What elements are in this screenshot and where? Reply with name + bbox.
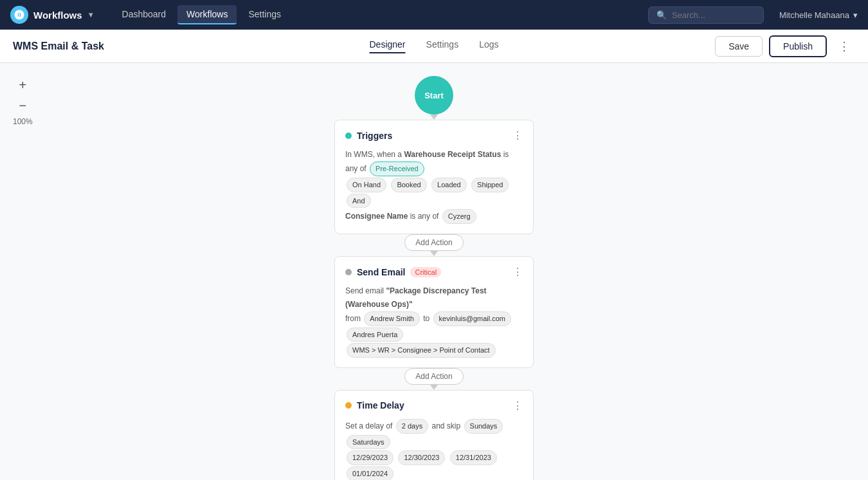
send-email-to: to [423, 314, 429, 323]
add-action-label-1: Add Action [415, 238, 452, 247]
sub-actions: Save Publish ⋮ [715, 35, 855, 57]
tag-on-hand: On Hand [347, 178, 386, 192]
time-delay-title: Time Delay [357, 400, 404, 411]
time-delay-dot [345, 402, 352, 409]
arrow [430, 251, 438, 256]
nav-workflows[interactable]: Workflows [177, 5, 237, 24]
app-logo[interactable]: Workflows ▾ [10, 6, 93, 24]
user-chevron-icon: ▾ [853, 10, 858, 20]
tag-wms-path: WMS > WR > Consignee > Point of Contact [347, 343, 496, 358]
start-node[interactable]: Start [415, 76, 453, 115]
user-name: Mitchelle Mahaana [779, 10, 849, 20]
tab-designer[interactable]: Designer [370, 39, 406, 53]
tag-and: And [347, 194, 371, 208]
send-email-from: from [345, 314, 361, 323]
time-delay-text: Set a delay of [345, 421, 392, 430]
time-delay-skip: and skip [432, 421, 461, 430]
send-email-dot [345, 269, 352, 275]
user-menu[interactable]: Mitchelle Mahaana ▾ [779, 10, 858, 20]
zoom-in-button[interactable]: + [14, 76, 32, 94]
zoom-controls: + − 100% [13, 76, 33, 126]
arrow [430, 385, 438, 390]
workflow-title: WMS Email & Task [13, 41, 129, 52]
chevron-down-icon: ▾ [89, 10, 93, 19]
add-action-label-2: Add Action [415, 372, 452, 381]
triggers-menu-button[interactable]: ⋮ [512, 129, 523, 142]
logo-icon [10, 6, 28, 24]
tag-date4: 01/01/2024 [347, 466, 393, 480]
tag-andrew: Andrew Smith [364, 311, 419, 326]
search-input[interactable] [672, 10, 755, 20]
triggers-block[interactable]: Triggers ⋮ In WMS, when a Warehouse Rece… [334, 120, 534, 234]
tab-logs[interactable]: Logs [479, 39, 498, 53]
app-name: Workflows [33, 10, 82, 21]
send-email-header: Send Email Critical ⋮ [345, 266, 523, 278]
tag-date3: 12/31/2023 [450, 450, 497, 465]
tag-loaded: Loaded [431, 178, 467, 192]
tag-2days: 2 days [396, 419, 428, 434]
send-email-text: Send email "Package Discrepancy Test (Wa… [345, 286, 487, 308]
canvas-area: + − 100% Start Triggers ⋮ In WMS, when a… [0, 63, 868, 480]
time-delay-block[interactable]: Time Delay ⋮ Set a delay of 2 days and s… [334, 390, 534, 480]
publish-button[interactable]: Publish [769, 35, 827, 57]
nav-settings[interactable]: Settings [239, 5, 290, 24]
time-delay-header: Time Delay ⋮ [345, 400, 523, 412]
send-email-menu-button[interactable]: ⋮ [512, 266, 523, 278]
tag-cyzerg: Cyzerg [442, 209, 476, 224]
arrow [430, 115, 438, 120]
send-email-body: Send email "Package Discrepancy Test (Wa… [345, 284, 523, 358]
critical-badge: Critical [410, 267, 441, 277]
sub-header: WMS Email & Task Designer Settings Logs … [0, 30, 868, 63]
tab-settings[interactable]: Settings [426, 39, 459, 53]
triggers-text2: Consignee Name is any of [345, 212, 439, 221]
triggers-dot [345, 133, 352, 139]
flow-canvas: Start Triggers ⋮ In WMS, when a Warehous… [0, 63, 868, 480]
nav-links: Dashboard Workflows Settings [113, 5, 290, 24]
tag-pre-received: Pre-Received [370, 162, 424, 176]
search-bar[interactable]: 🔍 [648, 6, 764, 24]
triggers-body: In WMS, when a Warehouse Receipt Status … [345, 148, 523, 225]
triggers-title: Triggers [357, 131, 392, 141]
zoom-level: 100% [13, 117, 33, 126]
save-button[interactable]: Save [715, 36, 763, 57]
tag-date1: 12/29/2023 [347, 450, 393, 465]
tag-saturdays: Saturdays [347, 435, 390, 450]
send-email-title: Send Email [357, 267, 405, 277]
tag-booked: Booked [391, 178, 426, 192]
nav-dashboard[interactable]: Dashboard [113, 5, 176, 24]
send-email-block[interactable]: Send Email Critical ⋮ Send email "Packag… [334, 256, 534, 368]
add-action-button-2[interactable]: Add Action [404, 368, 463, 385]
zoom-out-button[interactable]: − [14, 97, 32, 115]
tag-andres: Andres Puerta [347, 328, 403, 342]
add-action-button-1[interactable]: Add Action [404, 234, 463, 251]
more-options-button[interactable]: ⋮ [833, 37, 855, 56]
time-delay-body: Set a delay of 2 days and skip Sundays S… [345, 418, 523, 480]
time-delay-menu-button[interactable]: ⋮ [512, 400, 523, 412]
tag-shipped: Shipped [471, 178, 509, 192]
sub-tabs: Designer Settings Logs [370, 39, 499, 53]
tag-kevinluis: kevinluis@gmail.com [433, 311, 511, 326]
triggers-header: Triggers ⋮ [345, 129, 523, 142]
tag-date2: 12/30/2023 [398, 450, 445, 465]
tag-sundays: Sundays [464, 419, 503, 434]
search-icon: 🔍 [656, 10, 667, 20]
top-nav: Workflows ▾ Dashboard Workflows Settings… [0, 0, 868, 30]
